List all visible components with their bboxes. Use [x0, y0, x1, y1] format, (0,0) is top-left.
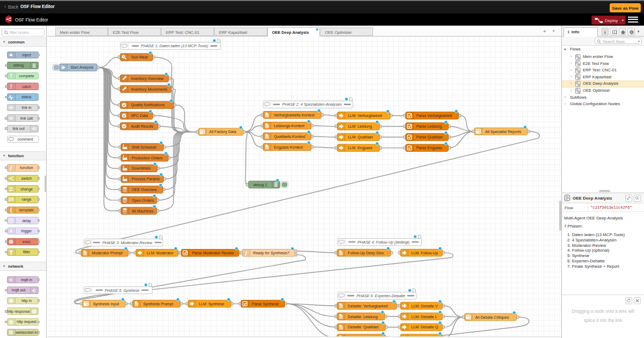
- svg-text:All Machines: All Machines: [132, 209, 154, 214]
- svg-text:Parse Verfuegbarkeit: Parse Verfuegbarkeit: [416, 114, 452, 118]
- svg-text:Process Params: Process Params: [132, 177, 160, 181]
- svg-text:LLM: Leistung: LLM: Leistung: [348, 124, 372, 129]
- svg-text:Parse Qualitaet: Parse Qualitaet: [416, 135, 443, 139]
- svg-text:PHASE 2: 4 Spezialisten-Analys: PHASE 2: 4 Spezialisten-Analysen: [282, 102, 342, 107]
- svg-text:Qualitaets-Kontext: Qualitaets-Kontext: [274, 135, 305, 139]
- svg-text:LLM: Synthese: LLM: Synthese: [199, 302, 224, 306]
- svg-text:Start Analysis: Start Analysis: [70, 65, 94, 70]
- svg-text:All Factory Data: All Factory Data: [209, 130, 237, 134]
- svg-text:Inventory Movements: Inventory Movements: [131, 87, 167, 92]
- svg-text:SPC Data: SPC Data: [131, 114, 148, 118]
- svg-text:All Specialist Reports: All Specialist Reports: [485, 130, 521, 134]
- svg-text:Synthesis Input: Synthesis Input: [93, 302, 119, 306]
- svg-text:Moderator Prompt: Moderator Prompt: [92, 251, 122, 255]
- svg-text:LLM: Engpass: LLM: Engpass: [348, 146, 372, 150]
- svg-text:Shift Schedule: Shift Schedule: [132, 145, 157, 150]
- svg-text:debug 1: debug 1: [253, 183, 267, 187]
- svg-text:Follow-Up Deep Dive: Follow-Up Deep Dive: [348, 251, 384, 255]
- svg-text:LLM: Debatte V: LLM: Debatte V: [411, 304, 438, 308]
- svg-text:Verfuegbarkeits-Kontext: Verfuegbarkeits-Kontext: [274, 113, 314, 117]
- svg-text:Engpass-Kontext: Engpass-Kontext: [274, 145, 303, 150]
- svg-text:Parse Moderator Review: Parse Moderator Review: [192, 251, 235, 255]
- svg-text:PHASE 5: Synthese: PHASE 5: Synthese: [105, 288, 139, 293]
- svg-text:PHASE 6: Experten-Debatte: PHASE 6: Experten-Debatte: [356, 293, 405, 298]
- svg-text:LLM: Debatte L: LLM: Debatte L: [411, 315, 437, 319]
- svg-text:LLM: Follow-Up: LLM: Follow-Up: [411, 251, 438, 255]
- svg-text:OEE Overview: OEE Overview: [132, 188, 157, 192]
- svg-text:PHASE 3: Moderator-Review: PHASE 3: Moderator-Review: [103, 240, 153, 245]
- svg-text:LLM: Moderator: LLM: Moderator: [147, 251, 174, 255]
- svg-text:Tool Wear: Tool Wear: [131, 55, 148, 60]
- svg-text:Downtimes: Downtimes: [132, 166, 151, 171]
- svg-text:Debatte: Leistung: Debatte: Leistung: [348, 315, 378, 319]
- svg-text:Audit Results: Audit Results: [131, 124, 153, 129]
- svg-text:Parse Engpass: Parse Engpass: [416, 146, 443, 150]
- svg-text:PHASE 1: Daten laden (13 MCP-T: PHASE 1: Daten laden (13 MCP-Tools): [141, 43, 208, 48]
- svg-text:Debatte: Verfuegbarkeit: Debatte: Verfuegbarkeit: [348, 304, 388, 308]
- svg-text:Parse Synthese: Parse Synthese: [252, 302, 279, 306]
- svg-text:Open Orders: Open Orders: [132, 199, 154, 203]
- svg-text:Inventory Overview: Inventory Overview: [131, 77, 164, 81]
- svg-text:Leistungs-Kontext: Leistungs-Kontext: [274, 124, 304, 128]
- svg-text:LLM: Debatte Q: LLM: Debatte Q: [411, 325, 438, 329]
- svg-text:Production Orders: Production Orders: [132, 156, 163, 160]
- svg-text:LLM: Qualitaet: LLM: Qualitaet: [348, 135, 372, 139]
- svg-text:Ready for Synthesis?: Ready for Synthesis?: [253, 251, 289, 255]
- svg-text:PHASE 4: Follow-Up (bedingt): PHASE 4: Follow-Up (bedingt): [357, 240, 409, 245]
- svg-text:Synthesis Prompt: Synthesis Prompt: [143, 302, 173, 306]
- svg-text:Quality Notifications: Quality Notifications: [131, 103, 165, 107]
- svg-text:LLM: Verfuegbarkeit: LLM: Verfuegbarkeit: [348, 114, 382, 118]
- svg-text:Debatte: Qualitaet: Debatte: Qualitaet: [348, 325, 378, 329]
- svg-text:All Debate Critiques: All Debate Critiques: [475, 315, 509, 320]
- svg-text:Parse Leistung: Parse Leistung: [416, 124, 442, 129]
